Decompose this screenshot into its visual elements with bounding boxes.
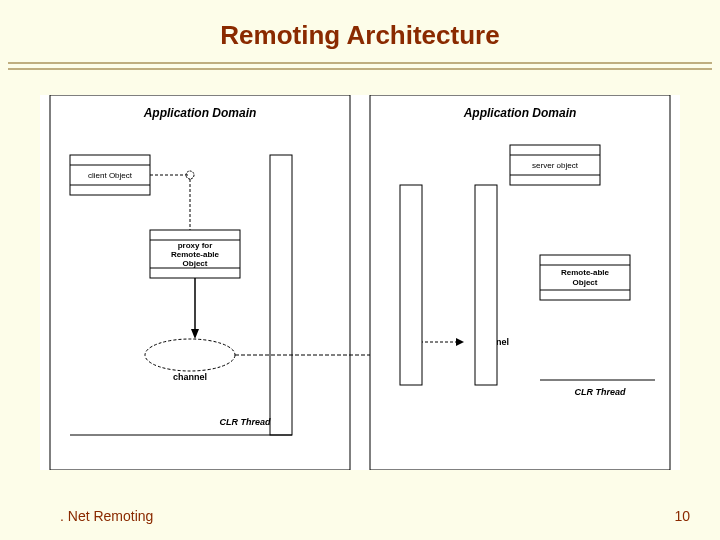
server-object-label: server object xyxy=(532,161,579,170)
architecture-diagram: Application Domain client Object proxy f… xyxy=(40,95,680,470)
divider-top xyxy=(8,62,712,64)
svg-rect-30 xyxy=(475,185,497,385)
left-thread-label: CLR Thread xyxy=(219,417,271,427)
svg-point-13 xyxy=(145,339,235,371)
svg-text:Object: Object xyxy=(573,278,598,287)
slide-title: Remoting Architecture xyxy=(0,20,720,51)
svg-text:Remote-able: Remote-able xyxy=(171,250,220,259)
slide-number: 10 xyxy=(674,508,690,524)
svg-text:Remote-able: Remote-able xyxy=(561,268,610,277)
svg-text:Object: Object xyxy=(183,259,208,268)
slide: Remoting Architecture Application Domain… xyxy=(0,0,720,540)
diagram-svg: Application Domain client Object proxy f… xyxy=(40,95,680,470)
left-domain-title: Application Domain xyxy=(143,106,257,120)
right-domain-title: Application Domain xyxy=(463,106,577,120)
svg-rect-29 xyxy=(400,185,422,385)
svg-rect-16 xyxy=(270,155,292,435)
svg-rect-0 xyxy=(50,95,350,470)
svg-text:proxy for: proxy for xyxy=(178,241,213,250)
right-thread-label: CLR Thread xyxy=(574,387,626,397)
footer-topic: . Net Remoting xyxy=(60,508,153,524)
divider-bottom xyxy=(8,68,712,70)
left-channel-label: channel xyxy=(173,372,207,382)
client-object-label: client Object xyxy=(88,171,133,180)
